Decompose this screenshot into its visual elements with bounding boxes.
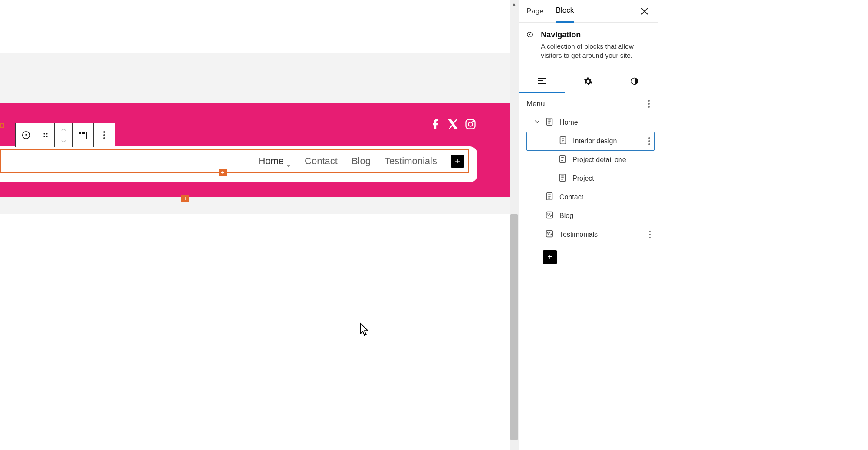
menu-item-label: Interior design [573,137,617,145]
page-icon [545,117,554,128]
navigation-icon [526,31,533,43]
link-icon [545,210,554,222]
move-down-button[interactable] [61,137,66,145]
block-description: A collection of blocks that allow visito… [541,42,650,60]
tab-page[interactable]: Page [526,0,544,23]
close-sidebar-button[interactable] [639,6,650,17]
page-icon [558,136,568,147]
selection-handle[interactable] [0,123,4,128]
link-icon [545,229,554,240]
x-twitter-icon[interactable] [447,118,459,132]
nav-item-home[interactable]: Home [258,156,291,167]
more-options-button[interactable] [94,123,115,147]
page-icon [545,192,554,203]
list-view-tab[interactable] [519,70,565,93]
facebook-icon[interactable] [430,118,442,132]
menu-options-button[interactable] [648,100,650,108]
page-icon [558,154,567,165]
menu-item-project[interactable]: Project [526,169,655,188]
styles-tab[interactable] [611,70,658,93]
scroll-up-arrow-icon[interactable]: ▲ [510,0,519,8]
editor-canvas[interactable]: Home Contact Blog Testimonials + + + [0,0,510,450]
cursor-icon [359,322,371,336]
menu-tree: Home Interior design Project detail one … [519,113,658,264]
drag-handle-icon[interactable] [36,123,55,147]
menu-item-blog[interactable]: Blog [526,207,655,225]
menu-item-project-detail-one[interactable]: Project detail one [526,151,655,169]
menu-heading: Menu [526,99,545,108]
menu-item-contact[interactable]: Contact [526,188,655,207]
nav-item-label: Home [258,156,284,167]
svg-point-4 [43,133,45,134]
settings-sidebar: Page Block Navigation A collection of bl… [519,0,658,450]
svg-point-2 [473,121,473,122]
scrollbar-thumb[interactable] [510,214,518,440]
page-icon [558,173,567,184]
move-up-button[interactable] [61,126,66,133]
svg-point-7 [46,136,47,137]
item-options-button[interactable] [649,231,651,238]
inserter-button-inline[interactable]: + [219,169,227,176]
tab-block[interactable]: Block [556,0,574,23]
svg-rect-10 [86,132,87,139]
nav-item-testimonials[interactable]: Testimonials [385,156,437,167]
menu-item-label: Project [572,175,594,182]
menu-item-label: Blog [559,212,573,220]
justify-button[interactable] [73,123,94,147]
nav-item-contact[interactable]: Contact [305,156,338,167]
menu-item-testimonials[interactable]: Testimonials [526,225,655,244]
chevron-down-icon[interactable] [534,119,540,126]
inserter-button-below[interactable]: + [181,195,189,202]
nav-item-blog[interactable]: Blog [352,156,371,167]
svg-point-6 [43,136,45,137]
item-options-button[interactable] [648,137,650,145]
navigation-block-icon[interactable] [16,123,36,147]
block-toolbar[interactable] [15,123,115,147]
settings-tab[interactable] [565,70,612,93]
add-menu-item-button[interactable]: + [543,250,557,264]
menu-item-interior-design[interactable]: Interior design [526,132,655,151]
chevron-down-icon [286,159,291,163]
menu-item-label: Home [559,119,578,126]
svg-point-1 [468,122,472,126]
social-links[interactable] [430,118,477,132]
vertical-scrollbar[interactable]: ▲ [510,0,519,450]
block-title: Navigation [541,30,650,40]
svg-rect-8 [79,132,81,134]
menu-item-label: Project detail one [572,156,626,164]
add-nav-item-button[interactable]: + [451,155,464,168]
menu-item-home[interactable]: Home [526,113,655,132]
svg-point-5 [46,133,47,134]
menu-item-label: Testimonials [559,231,598,238]
menu-item-label: Contact [559,193,583,201]
svg-rect-9 [82,132,85,134]
instagram-icon[interactable] [464,118,477,132]
navigation-block[interactable]: Home Contact Blog Testimonials + [0,149,469,173]
